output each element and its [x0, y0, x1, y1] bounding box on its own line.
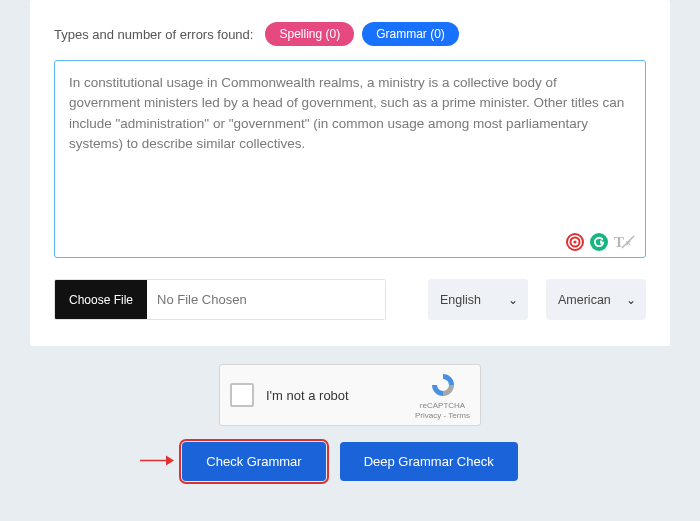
clear-text-icon[interactable]: T✕ — [614, 233, 636, 251]
arrow-icon — [138, 452, 178, 471]
error-summary: Types and number of errors found: Spelli… — [54, 22, 646, 46]
file-upload-group: Choose File — [54, 279, 386, 320]
deep-grammar-check-button[interactable]: Deep Grammar Check — [340, 442, 518, 481]
target-icon[interactable] — [566, 233, 584, 251]
spelling-badge[interactable]: Spelling (0) — [265, 22, 354, 46]
svg-text:✕: ✕ — [625, 239, 632, 248]
recaptcha-checkbox[interactable] — [230, 383, 254, 407]
check-grammar-button[interactable]: Check Grammar — [182, 442, 325, 481]
grammarly-icon[interactable] — [590, 233, 608, 251]
language-select[interactable]: English — [428, 281, 528, 319]
recaptcha-legal: Privacy - Terms — [415, 411, 470, 420]
error-summary-label: Types and number of errors found: — [54, 27, 253, 42]
textarea-wrapper: T✕ — [54, 60, 646, 261]
main-card: Types and number of errors found: Spelli… — [30, 0, 670, 346]
controls-row: Choose File English ⌄ American ⌄ — [54, 279, 646, 320]
recaptcha-widget: I'm not a robot reCAPTCHA Privacy - Term… — [219, 364, 481, 426]
language-select-wrap[interactable]: English ⌄ — [428, 279, 528, 320]
svg-point-3 — [590, 233, 608, 251]
dialect-select-wrap[interactable]: American ⌄ — [546, 279, 646, 320]
grammar-text-input[interactable] — [54, 60, 646, 258]
grammar-badge[interactable]: Grammar (0) — [362, 22, 459, 46]
recaptcha-label: I'm not a robot — [266, 388, 403, 403]
choose-file-button[interactable]: Choose File — [55, 280, 147, 319]
dialect-select[interactable]: American — [546, 281, 646, 319]
svg-point-2 — [573, 240, 576, 243]
below-card: I'm not a robot reCAPTCHA Privacy - Term… — [30, 364, 670, 481]
action-buttons: Check Grammar Deep Grammar Check — [182, 442, 517, 481]
recaptcha-brand: reCAPTCHA — [420, 401, 465, 410]
recaptcha-badge: reCAPTCHA Privacy - Terms — [415, 371, 470, 420]
recaptcha-icon — [429, 371, 457, 399]
file-name-display — [147, 280, 385, 319]
textarea-icons: T✕ — [566, 233, 636, 251]
